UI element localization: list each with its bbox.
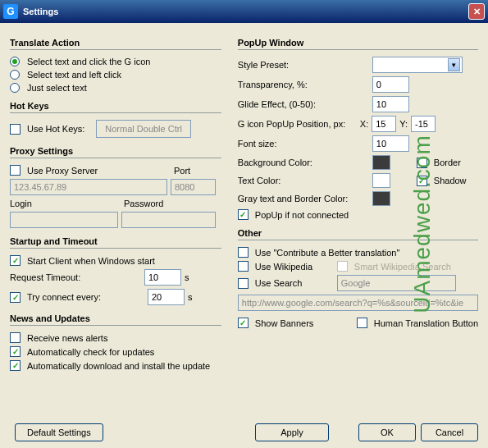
transparency-label: Transparency, %: bbox=[238, 80, 369, 89]
transparency-input[interactable] bbox=[372, 76, 409, 93]
border-checkbox[interactable] bbox=[417, 158, 427, 168]
shadow-label: Shadow bbox=[434, 176, 467, 185]
wikipedia-checkbox[interactable] bbox=[238, 261, 249, 272]
use-search-label: Use Search bbox=[255, 278, 334, 288]
bg-color-label: Background Color: bbox=[238, 158, 369, 167]
port-label: Port bbox=[174, 166, 190, 176]
seconds-label-1: s bbox=[185, 272, 189, 282]
popup-position-label: G icon PopUp Position, px: bbox=[238, 119, 357, 129]
proxy-server-input[interactable] bbox=[10, 179, 167, 195]
auto-check-label: Automatically check for updates bbox=[27, 347, 154, 357]
radio-just-select[interactable] bbox=[10, 83, 20, 93]
style-preset-label: Style Preset: bbox=[238, 60, 369, 70]
text-color-swatch[interactable] bbox=[372, 173, 390, 188]
smart-wiki-checkbox bbox=[337, 261, 348, 272]
popup-heading: PopUp Window bbox=[238, 38, 478, 50]
radio-select-left-click[interactable] bbox=[10, 70, 20, 80]
password-input[interactable] bbox=[121, 212, 216, 228]
default-settings-button[interactable]: Default Settings bbox=[15, 423, 103, 441]
pos-x-input[interactable] bbox=[372, 116, 396, 132]
ok-button[interactable]: OK bbox=[358, 423, 416, 441]
proxy-port-input[interactable] bbox=[171, 179, 216, 195]
start-windows-label: Start Client when Windows start bbox=[27, 256, 155, 266]
use-proxy-checkbox[interactable] bbox=[10, 165, 21, 176]
startup-heading: Startup and Timeout bbox=[10, 236, 221, 249]
hotkeys-heading: Hot Keys bbox=[10, 101, 221, 113]
search-engine-input[interactable] bbox=[337, 275, 456, 291]
contribute-checkbox[interactable] bbox=[238, 247, 249, 258]
try-connect-checkbox[interactable] bbox=[10, 292, 21, 303]
text-color-label: Text Color: bbox=[238, 176, 369, 185]
radio-select-click-g[interactable] bbox=[10, 57, 20, 66]
try-connect-label: Try connect every: bbox=[27, 292, 144, 302]
use-search-checkbox[interactable] bbox=[238, 278, 249, 289]
cancel-button[interactable]: Cancel bbox=[421, 423, 478, 441]
request-timeout-label: Request Timeout: bbox=[10, 272, 141, 282]
login-label: Login bbox=[10, 199, 121, 208]
window-title: Settings bbox=[23, 7, 468, 16]
hotkey-button[interactable]: Normal Double Ctrl bbox=[96, 120, 191, 138]
auto-check-checkbox[interactable] bbox=[10, 346, 21, 357]
glide-input[interactable] bbox=[372, 96, 409, 112]
border-label: Border bbox=[434, 158, 461, 167]
translate-action-heading: Translate Action bbox=[10, 38, 221, 50]
app-icon: G bbox=[3, 4, 18, 19]
chevron-down-icon: ▼ bbox=[448, 58, 460, 71]
search-url-input[interactable] bbox=[238, 295, 478, 311]
human-translation-checkbox[interactable] bbox=[357, 318, 367, 328]
auto-download-checkbox[interactable] bbox=[10, 360, 21, 371]
smart-wiki-label: Smart Wikipedia Search bbox=[354, 262, 451, 272]
gray-color-label: Gray text and Border Color: bbox=[238, 194, 369, 203]
apply-button[interactable]: Apply bbox=[255, 423, 329, 441]
request-timeout-input[interactable] bbox=[144, 269, 181, 286]
pos-y-label: Y: bbox=[399, 119, 408, 129]
wikipedia-label: Use Wikipedia bbox=[255, 262, 334, 272]
use-hotkeys-label: Use Hot Keys: bbox=[27, 124, 84, 134]
other-heading: Other bbox=[238, 228, 478, 240]
seconds-label-2: s bbox=[188, 292, 193, 302]
login-input[interactable] bbox=[10, 212, 118, 228]
popup-ifnot-checkbox[interactable] bbox=[238, 209, 249, 220]
show-banners-label: Show Banners bbox=[255, 318, 353, 328]
password-label: Password bbox=[124, 199, 163, 208]
gray-color-swatch[interactable] bbox=[372, 191, 390, 206]
pos-x-label: X: bbox=[360, 119, 368, 129]
footer: Default Settings Apply OK Cancel bbox=[10, 423, 478, 441]
popup-ifnot-label: PopUp if not connected bbox=[255, 210, 349, 220]
human-translation-label: Human Translation Button bbox=[374, 318, 478, 328]
pos-y-input[interactable] bbox=[411, 116, 436, 132]
radio-label-3: Just select text bbox=[27, 83, 87, 93]
use-hotkeys-checkbox[interactable] bbox=[10, 124, 21, 135]
font-size-label: Font size: bbox=[238, 139, 369, 149]
style-preset-select[interactable]: ▼ bbox=[372, 57, 463, 73]
radio-label-2: Select text and left click bbox=[27, 70, 121, 80]
bg-color-swatch[interactable] bbox=[372, 155, 390, 170]
titlebar: G Settings ✕ bbox=[0, 0, 488, 23]
close-button[interactable]: ✕ bbox=[468, 3, 485, 20]
proxy-heading: Proxy Settings bbox=[10, 146, 221, 158]
show-banners-checkbox[interactable] bbox=[238, 318, 249, 328]
start-windows-checkbox[interactable] bbox=[10, 255, 21, 266]
glide-label: Glide Effect, (0-50): bbox=[238, 99, 369, 109]
use-proxy-label: Use Proxy Server bbox=[27, 166, 171, 176]
radio-label-1: Select text and click the G icon bbox=[27, 57, 150, 66]
try-connect-input[interactable] bbox=[148, 289, 185, 305]
receive-news-label: Receive news alerts bbox=[27, 333, 107, 343]
news-heading: News and Updates bbox=[10, 313, 221, 326]
shadow-checkbox[interactable] bbox=[417, 176, 427, 186]
auto-download-label: Automatically download and install the u… bbox=[27, 361, 210, 371]
font-size-input[interactable] bbox=[372, 135, 409, 152]
contribute-label: Use "Contribute a Better translation" bbox=[255, 248, 400, 258]
receive-news-checkbox[interactable] bbox=[10, 332, 21, 343]
